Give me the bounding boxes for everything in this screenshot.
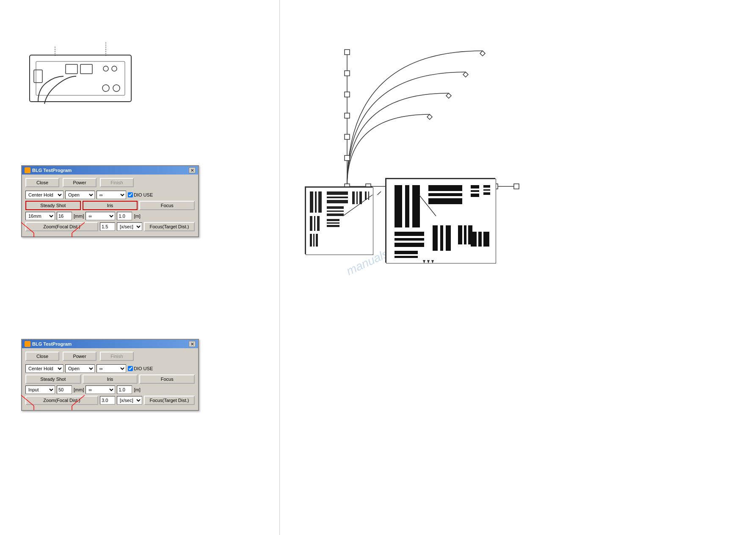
svg-rect-70 xyxy=(428,185,462,191)
speed-unit-select-bottom[interactable]: [x/sec] xyxy=(117,396,142,405)
power-button-top[interactable]: Power xyxy=(63,178,97,187)
focus-target-btn-bottom[interactable]: Focus(Target Dist.) xyxy=(144,396,195,405)
svg-rect-69 xyxy=(412,185,420,227)
zoom-row1-bottom: Input [mm] ∞ [m] xyxy=(25,385,195,394)
iris-btn-bottom[interactable]: Iris xyxy=(83,374,138,384)
focus-infinity-select-top[interactable]: ∞ xyxy=(86,212,115,220)
highlighted-row-top: Steady Shot Iris Focus xyxy=(25,201,195,210)
dio-use-label-top: DIO USE xyxy=(128,192,153,197)
open-select-top[interactable]: Open xyxy=(65,191,95,199)
focal-length-input-bottom[interactable] xyxy=(57,385,72,394)
svg-rect-67 xyxy=(395,185,402,227)
window-content-bottom: Close Power Finish Center Hold Open ∞ DI… xyxy=(22,348,198,410)
focus-dist-input-top[interactable] xyxy=(117,212,132,220)
svg-point-5 xyxy=(103,66,108,71)
svg-rect-45 xyxy=(318,191,322,213)
window-close-bottom[interactable]: ✕ xyxy=(189,341,196,347)
focal-length-input-top[interactable] xyxy=(57,212,72,220)
focus-infinity-select-bottom[interactable]: ∞ xyxy=(86,385,115,394)
center-hold-select-top[interactable]: Center Hold xyxy=(25,191,63,199)
focal-length-select-top[interactable]: 16mm xyxy=(25,212,55,220)
finish-button-top[interactable]: Finish xyxy=(100,178,134,187)
svg-rect-47 xyxy=(314,216,315,231)
dio-use-label-bottom: DIO USE xyxy=(128,366,153,371)
svg-rect-64 xyxy=(365,191,367,200)
svg-rect-0 xyxy=(30,55,131,102)
svg-rect-77 xyxy=(483,189,490,191)
input-select-bottom[interactable]: Input xyxy=(25,385,55,394)
svg-rect-68 xyxy=(405,185,409,227)
open-select-bottom[interactable]: Open xyxy=(65,364,95,373)
svg-rect-83 xyxy=(440,225,443,251)
svg-rect-88 xyxy=(395,251,418,254)
test-chart-right xyxy=(385,178,495,263)
steady-shot-btn-top[interactable]: Steady Shot xyxy=(25,201,81,210)
svg-rect-50 xyxy=(313,234,315,247)
bottom-btn-row: Close Power Finish xyxy=(25,352,195,361)
svg-rect-71 xyxy=(428,193,462,196)
svg-rect-60 xyxy=(327,225,339,227)
svg-rect-89 xyxy=(395,256,418,258)
controls-row1-bottom: Center Hold Open ∞ DIO USE xyxy=(25,364,195,373)
dio-use-checkbox-top[interactable] xyxy=(128,192,133,197)
zoom-row2-bottom: Zoom(Focal Dist.) [x/sec] Focus(Target D… xyxy=(25,396,195,405)
svg-rect-4 xyxy=(80,64,92,74)
title-icon xyxy=(25,167,30,173)
svg-rect-23 xyxy=(345,92,350,97)
svg-rect-54 xyxy=(327,200,348,203)
svg-rect-84 xyxy=(446,225,451,251)
dio-use-text-bottom: DIO USE xyxy=(134,366,153,371)
zoom-speed-input-top[interactable] xyxy=(100,222,115,231)
window-titlebar-top: BLG TestProgram ✕ xyxy=(22,166,198,175)
zoom-speed-input-bottom[interactable] xyxy=(100,396,115,405)
svg-rect-3 xyxy=(66,64,77,74)
svg-rect-78 xyxy=(483,192,490,195)
svg-rect-44 xyxy=(315,191,317,213)
dio-use-text-top: DIO USE xyxy=(134,192,153,197)
speed-unit-select-top[interactable]: [x/sec] xyxy=(117,222,142,231)
svg-rect-75 xyxy=(471,194,479,197)
zoom-focal-btn-top[interactable]: Zoom(Focal Dist.) xyxy=(25,222,98,231)
steady-shot-btn-bottom[interactable]: Steady Shot xyxy=(25,374,81,384)
svg-rect-81 xyxy=(395,243,424,247)
svg-rect-72 xyxy=(428,198,462,204)
window-close-top[interactable]: ✕ xyxy=(189,167,196,173)
zoom-focal-btn-bottom[interactable]: Zoom(Focal Dist.) xyxy=(25,396,98,405)
zoom-row2-top: Zoom(Focal Dist.) [x/sec] Focus(Target D… xyxy=(25,222,195,231)
svg-rect-86 xyxy=(464,225,466,244)
arc-diagram xyxy=(313,25,525,195)
svg-rect-56 xyxy=(327,211,344,212)
m-unit-top: [m] xyxy=(134,213,140,219)
svg-point-6 xyxy=(112,66,117,71)
window-titlebar-bottom: BLG TestProgram ✕ xyxy=(22,340,198,348)
svg-rect-55 xyxy=(327,206,344,209)
svg-rect-52 xyxy=(327,191,348,195)
infinity-select1-bottom[interactable]: ∞ xyxy=(97,364,126,373)
svg-rect-26 xyxy=(345,155,350,161)
close-button-bottom[interactable]: Close xyxy=(25,352,59,361)
iris-btn-top[interactable]: Iris xyxy=(83,201,138,210)
finish-button-bottom[interactable]: Finish xyxy=(100,352,134,361)
focus-dist-input-bottom[interactable] xyxy=(117,385,132,394)
focus-btn-top[interactable]: Focus xyxy=(139,201,195,210)
focus-target-btn-top[interactable]: Focus(Target Dist.) xyxy=(144,222,195,231)
svg-rect-91 xyxy=(478,232,482,247)
svg-rect-35 xyxy=(514,184,519,189)
svg-rect-80 xyxy=(395,238,424,241)
svg-point-7 xyxy=(102,85,109,91)
device-drawing xyxy=(21,34,140,110)
power-button-bottom[interactable]: Power xyxy=(63,352,97,361)
controls-row1-top: Center Hold Open ∞ DIO USE xyxy=(25,191,195,199)
infinity-select1-top[interactable]: ∞ xyxy=(97,191,126,199)
focus-row-btn-bottom[interactable]: Focus xyxy=(139,374,195,384)
svg-marker-36 xyxy=(480,51,485,56)
zoom-row1-top: 16mm [mm] ∞ [m] xyxy=(25,212,195,220)
svg-rect-49 xyxy=(310,234,312,247)
svg-rect-92 xyxy=(483,232,489,247)
svg-rect-73 xyxy=(471,185,479,188)
left-panel: BLG TestProgram ✕ Close Power Finish Cen… xyxy=(0,0,279,535)
dio-use-checkbox-bottom[interactable] xyxy=(128,366,133,371)
center-hold-select-bottom[interactable]: Center Hold xyxy=(25,364,63,373)
close-button-top[interactable]: Close xyxy=(25,178,59,187)
blg-window-top: BLG TestProgram ✕ Close Power Finish Cen… xyxy=(21,165,199,237)
